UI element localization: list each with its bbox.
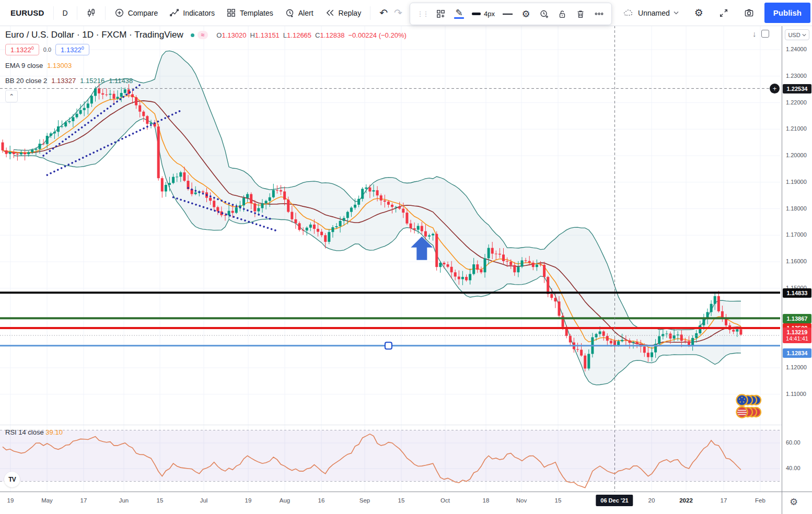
line-style-button[interactable] bbox=[499, 5, 516, 22]
time-tick-label: 19 bbox=[7, 497, 14, 504]
active-color-bar bbox=[454, 17, 464, 19]
scroll-to-recent-icon[interactable]: ↓ bbox=[752, 29, 757, 38]
top-toolbar: EURUSD D Compare Indicato bbox=[0, 0, 812, 26]
price-axis[interactable]: USD 1.240001.230001.220001.210001.200001… bbox=[782, 26, 812, 514]
crosshair-date-label: 06 Dec '21 bbox=[596, 495, 633, 506]
time-tick-label: 15 bbox=[398, 497, 405, 504]
price-tick-label: 1.18000 bbox=[786, 205, 807, 212]
price-tick-label: 1.16000 bbox=[786, 258, 807, 264]
bb-legend[interactable]: BB 20 close 2 1.13327 1.15216 1.11438 bbox=[5, 75, 407, 86]
collapse-legend-button[interactable]: ⌃ bbox=[5, 90, 18, 102]
ema-legend[interactable]: EMA 9 close1.13003 bbox=[5, 60, 407, 71]
more-options-button[interactable] bbox=[590, 5, 608, 22]
divider bbox=[77, 6, 77, 20]
time-tick-label: 15 bbox=[555, 497, 562, 504]
snapshot-button[interactable] bbox=[739, 5, 759, 21]
compare-button[interactable]: Compare bbox=[109, 5, 164, 21]
alert-button[interactable]: Alert bbox=[280, 5, 319, 21]
time-tick-label: Feb bbox=[755, 497, 765, 504]
chevron-down-icon bbox=[674, 11, 679, 15]
layout-name: Unnamed bbox=[638, 9, 670, 17]
indicators-button[interactable]: Indicators bbox=[164, 5, 220, 21]
indicators-label: Indicators bbox=[183, 9, 215, 17]
cloud-layout-button[interactable]: Unnamed bbox=[618, 5, 684, 20]
price-label-1.12834: 1.12834 bbox=[783, 348, 811, 358]
replay-label: Replay bbox=[339, 9, 362, 17]
chart-style-button[interactable] bbox=[81, 5, 101, 21]
time-tick-label: 15 bbox=[157, 497, 164, 504]
rsi-tick-label: 40.00 bbox=[786, 465, 801, 471]
symbol-button[interactable]: EURUSD bbox=[5, 5, 50, 20]
price-tick-label: 1.12000 bbox=[786, 364, 807, 370]
compare-label: Compare bbox=[128, 9, 158, 17]
object-tree-button[interactable] bbox=[432, 5, 449, 22]
pencil-icon: ✎ bbox=[455, 9, 462, 17]
market-open-dot bbox=[191, 33, 194, 37]
sell-button[interactable]: 1.13220 bbox=[5, 44, 39, 55]
time-tick-label: 19 bbox=[245, 497, 252, 504]
templates-grid-icon bbox=[226, 8, 236, 18]
price-tick-label: 1.24000 bbox=[786, 46, 807, 52]
undo-button[interactable]: ↶ bbox=[374, 4, 393, 22]
line-width-button[interactable]: 4px bbox=[469, 5, 498, 22]
restore-pane-icon[interactable] bbox=[761, 30, 769, 38]
interval-button[interactable]: D bbox=[57, 6, 73, 20]
price-label-1.13219: 1.1321914:41:41 bbox=[783, 328, 811, 343]
time-tick-label: 2022 bbox=[679, 497, 693, 504]
cloud-icon bbox=[623, 8, 634, 17]
chevron-down-icon bbox=[802, 33, 806, 37]
alert-clock-icon bbox=[285, 8, 295, 18]
replay-button[interactable]: Replay bbox=[320, 5, 367, 21]
line-width-label: 4px bbox=[484, 10, 495, 18]
thin-line-icon bbox=[503, 14, 513, 15]
time-tick-label: 17 bbox=[721, 497, 727, 504]
time-tick-label: Oct bbox=[440, 497, 450, 504]
time-tick-label: 18 bbox=[483, 497, 490, 504]
price-tick-label: 1.22000 bbox=[786, 99, 807, 106]
time-tick-label: 17 bbox=[80, 497, 87, 504]
templates-button[interactable]: Templates bbox=[221, 5, 279, 21]
lock-drawing-button[interactable] bbox=[554, 5, 571, 22]
time-axis-border bbox=[0, 492, 812, 492]
change-value: −0.00224 (−0.20%) bbox=[348, 31, 406, 39]
buy-button[interactable]: 1.13220 bbox=[55, 44, 89, 55]
data-mode-icon[interactable]: ≈ bbox=[198, 31, 208, 39]
time-tick-label: Jun bbox=[119, 497, 129, 504]
time-tick-label: Aug bbox=[280, 497, 290, 504]
add-alert-on-drawing-button[interactable] bbox=[536, 5, 553, 22]
draw-tool-button[interactable]: ✎ bbox=[450, 5, 468, 22]
publish-button[interactable]: Publish bbox=[764, 3, 810, 23]
price-label-1.13867: 1.13867 bbox=[783, 314, 811, 323]
rsi-legend[interactable]: RSI 14 close 39.10 bbox=[5, 428, 63, 436]
chart-settings-button[interactable]: ⚙ bbox=[689, 4, 709, 22]
replay-icon bbox=[325, 8, 335, 18]
alert-label: Alert bbox=[298, 9, 314, 17]
tradingview-logo[interactable]: TV bbox=[4, 472, 20, 487]
candlestick-icon bbox=[86, 8, 96, 18]
price-tick-label: 1.17000 bbox=[786, 231, 807, 238]
time-axis-settings-icon[interactable]: ⚙ bbox=[790, 496, 798, 508]
add-alert-plus-icon[interactable]: + bbox=[770, 84, 780, 94]
fullscreen-button[interactable] bbox=[714, 5, 734, 21]
drawing-settings-button[interactable]: ⚙ bbox=[517, 5, 535, 22]
pane-separator[interactable] bbox=[0, 425, 782, 425]
redo-button[interactable]: ↷ bbox=[394, 4, 408, 22]
indicators-icon bbox=[169, 8, 179, 18]
time-tick-label: May bbox=[41, 497, 53, 504]
time-tick-label: 16 bbox=[318, 497, 325, 504]
price-tick-label: 1.21000 bbox=[786, 125, 807, 132]
drawing-toolbar: ⋮⋮ ✎ 4px ⚙ bbox=[410, 3, 612, 25]
fullscreen-icon bbox=[719, 8, 728, 18]
divider bbox=[370, 6, 370, 20]
divider bbox=[105, 6, 106, 20]
toolbar-drag-handle[interactable]: ⋮⋮ bbox=[414, 5, 431, 22]
ohlc-readout: O1.13020 H1.13151 L1.12665 C1.12838 −0.0… bbox=[216, 31, 406, 39]
symbol-title[interactable]: Euro / U.S. Dollar · 1D · FXCM · Trading… bbox=[5, 30, 183, 40]
currency-selector[interactable]: USD bbox=[785, 29, 809, 40]
delete-drawing-button[interactable] bbox=[572, 5, 589, 22]
price-tick-label: 1.20000 bbox=[786, 152, 807, 158]
price-tick-label: 1.11000 bbox=[786, 391, 806, 397]
spread-value: 0.0 bbox=[43, 46, 51, 53]
time-axis[interactable]: 19May17Jun15Jul19Aug16Sep15Oct18Nov15202… bbox=[0, 492, 782, 514]
price-label-1.22534: 1.22534 bbox=[783, 84, 811, 94]
